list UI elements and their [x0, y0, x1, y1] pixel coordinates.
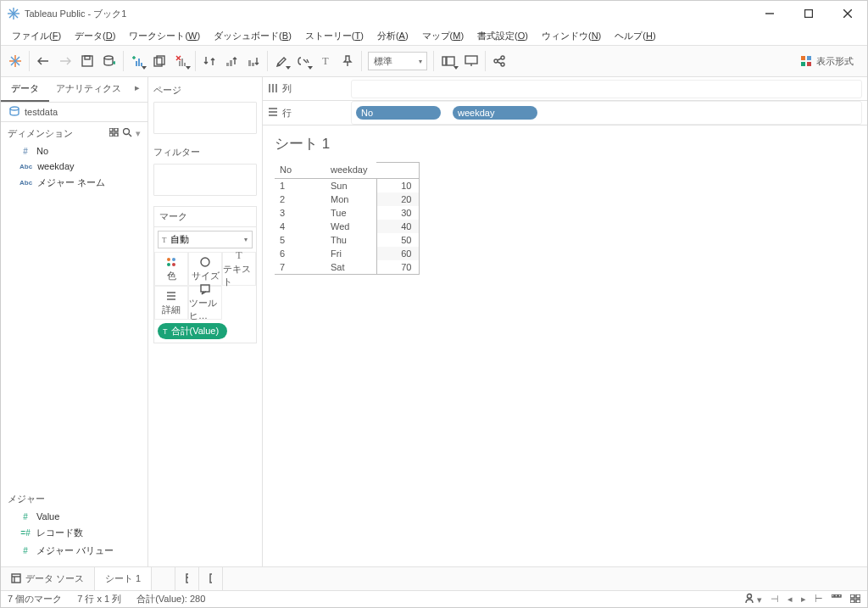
view-icon[interactable] — [109, 128, 120, 139]
svg-rect-79 — [210, 574, 212, 583]
svg-line-40 — [498, 59, 501, 60]
svg-rect-35 — [465, 56, 477, 64]
new-sheet-button[interactable] — [126, 50, 148, 72]
menu-item[interactable]: ヘルプ(H) — [609, 28, 661, 44]
menu-item[interactable]: 書式設定(O) — [471, 28, 534, 44]
maximize-button[interactable] — [789, 1, 828, 26]
sheet1-tab[interactable]: シート 1 — [95, 567, 152, 590]
swap-button[interactable] — [198, 50, 220, 72]
measure-field[interactable]: =#レコード数 — [1, 524, 147, 542]
save-button[interactable] — [76, 50, 98, 72]
filters-shelf[interactable] — [153, 164, 257, 196]
sort-asc-button[interactable] — [220, 50, 242, 72]
svg-point-38 — [501, 56, 504, 59]
svg-point-39 — [501, 63, 504, 66]
marks-card-title: マーク — [154, 207, 256, 227]
column-header[interactable]: No — [275, 163, 326, 179]
menu-item[interactable]: ワークシート(W) — [123, 28, 206, 44]
nav-first-icon[interactable]: ⊣ — [771, 594, 779, 605]
clear-button[interactable] — [170, 50, 192, 72]
tab-data[interactable]: データ — [1, 77, 49, 102]
new-worksheet-tab[interactable] — [152, 567, 175, 590]
tableau-icon[interactable] — [4, 50, 26, 72]
marks-text-button[interactable]: Tテキスト — [222, 252, 256, 286]
window-title: Tableau Public - ブック1 — [25, 8, 126, 20]
nav-prev-icon[interactable]: ◂ — [787, 594, 793, 605]
dimension-field[interactable]: Abcメジャー ネーム — [1, 174, 147, 192]
label-button[interactable]: T — [314, 50, 337, 72]
table-row[interactable]: 2Mon20 — [275, 192, 419, 206]
svg-rect-32 — [252, 63, 254, 66]
mark-pill-value[interactable]: T 合計(Value) — [158, 323, 227, 339]
svg-point-55 — [167, 263, 170, 266]
row-pill[interactable]: No — [356, 106, 441, 120]
svg-rect-30 — [230, 60, 232, 66]
marks-color-button[interactable]: 色 — [154, 252, 188, 286]
tab-analytics[interactable]: アナリティクス — [49, 77, 127, 102]
close-button[interactable] — [828, 1, 867, 26]
svg-rect-33 — [442, 57, 446, 65]
measure-field[interactable]: #メジャー バリュー — [1, 542, 147, 560]
status-bar: 7 個のマーク 7 行 x 1 列 合計(Value): 280 ▾ ⊣ ◂ ▸… — [1, 590, 867, 607]
minimize-button[interactable] — [750, 1, 789, 26]
columns-shelf[interactable] — [351, 80, 862, 98]
filmstrip-icon[interactable] — [832, 594, 842, 605]
user-icon[interactable]: ▾ — [744, 593, 762, 605]
table-row[interactable]: 1Sun10 — [275, 178, 419, 192]
worksheet-area: 列 行 Noweekday シート 1 Noweekday 1Sun102Mon… — [263, 77, 867, 566]
new-story-tab[interactable] — [199, 567, 223, 590]
pane-menu-icon[interactable]: ▸ — [127, 77, 147, 102]
sheet-title[interactable]: シート 1 — [275, 134, 855, 153]
sort-desc-button[interactable] — [242, 50, 264, 72]
menu-item[interactable]: ウィンドウ(N) — [536, 28, 607, 44]
menu-item[interactable]: ダッシュボード(B) — [208, 28, 298, 44]
table-row[interactable]: 6Fri60 — [275, 247, 419, 260]
row-pill[interactable]: weekday — [453, 106, 537, 120]
table-row[interactable]: 3Tue30 — [275, 206, 419, 220]
measure-field[interactable]: #Value — [1, 509, 147, 524]
svg-rect-19 — [141, 63, 142, 66]
rows-shelf[interactable]: Noweekday — [351, 101, 862, 125]
dimension-field[interactable]: Abcweekday — [1, 159, 147, 174]
pages-shelf[interactable] — [153, 102, 257, 134]
show-me-button[interactable]: 表示形式 — [800, 55, 854, 68]
table-row[interactable]: 7Sat70 — [275, 260, 419, 275]
datasource-item[interactable]: testdata — [1, 103, 147, 122]
share-button[interactable] — [488, 50, 510, 72]
duplicate-button[interactable] — [148, 50, 170, 72]
redo-button[interactable] — [54, 50, 76, 72]
column-header[interactable] — [376, 163, 419, 179]
menu-item[interactable]: マップ(M) — [416, 28, 470, 44]
menu-item[interactable]: ストーリー(T) — [299, 28, 370, 44]
search-icon[interactable] — [123, 128, 132, 139]
data-source-tab[interactable]: データ ソース — [1, 567, 95, 590]
marks-size-button[interactable]: サイズ — [188, 252, 222, 286]
menu-item[interactable]: データ(D) — [69, 28, 121, 44]
svg-rect-17 — [136, 61, 137, 66]
menu-item[interactable]: 分析(A) — [371, 28, 415, 44]
mark-type-select[interactable]: T 自動 — [158, 231, 253, 248]
marks-detail-button[interactable]: 詳細 — [154, 286, 188, 320]
show-cards-button[interactable] — [437, 50, 460, 72]
marks-tooltip-button[interactable]: ツールヒ… — [188, 286, 222, 320]
sheet-sort-icon[interactable] — [850, 594, 860, 605]
nav-next-icon[interactable]: ▸ — [801, 594, 806, 605]
menu-item[interactable]: ファイル(F) — [6, 28, 67, 44]
datasource-label: testdata — [25, 107, 58, 117]
pin-button[interactable] — [337, 50, 359, 72]
table-row[interactable]: 5Thu50 — [275, 233, 419, 247]
undo-button[interactable] — [32, 50, 54, 72]
column-header[interactable]: weekday — [326, 163, 376, 179]
new-dashboard-tab[interactable] — [175, 567, 199, 590]
fit-select[interactable]: 標準 — [368, 52, 427, 70]
highlight-button[interactable] — [270, 50, 292, 72]
new-datasource-button[interactable] — [98, 50, 120, 72]
dimension-field[interactable]: #No — [1, 143, 147, 159]
presentation-button[interactable] — [460, 50, 482, 72]
nav-last-icon[interactable]: ⊢ — [815, 594, 823, 605]
group-button[interactable] — [292, 50, 314, 72]
pane-caret-icon[interactable]: ▾ — [136, 128, 141, 139]
text-icon: T — [163, 327, 168, 336]
table-row[interactable]: 4Wed40 — [275, 220, 419, 233]
datasource-tab-icon — [11, 573, 21, 585]
